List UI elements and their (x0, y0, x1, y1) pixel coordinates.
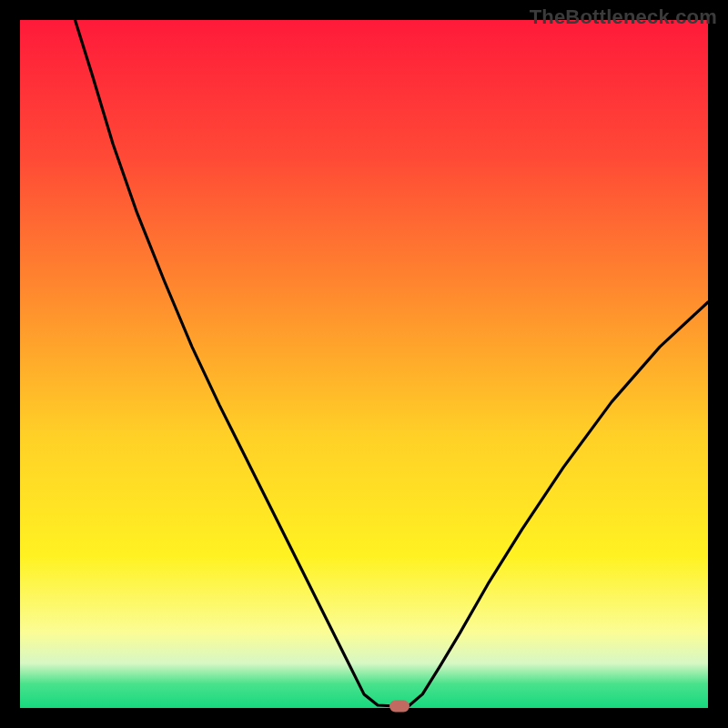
plot-frame (20, 20, 708, 708)
watermark-text: TheBottleneck.com (530, 5, 717, 29)
optimal-marker (389, 700, 410, 712)
plot-svg (20, 20, 708, 708)
gradient-background (20, 20, 708, 708)
chart-stage: TheBottleneck.com (0, 0, 728, 728)
